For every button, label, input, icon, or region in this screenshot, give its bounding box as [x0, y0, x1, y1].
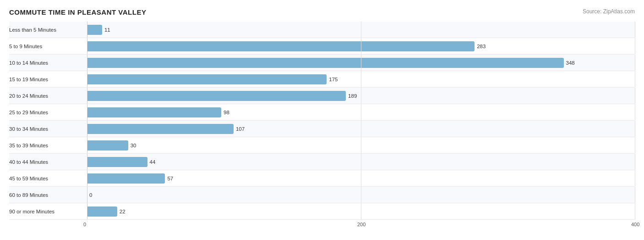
bar-value: 107	[236, 126, 245, 132]
bar-area: 175	[87, 71, 635, 87]
bar-area: 283	[87, 38, 635, 54]
chart-title: COMMUTE TIME IN PLEASANT VALLEY	[9, 8, 146, 16]
bar-label: 10 to 14 Minutes	[9, 60, 87, 66]
chart-header: COMMUTE TIME IN PLEASANT VALLEY Source: …	[9, 8, 635, 16]
bar-label: 60 to 89 Minutes	[9, 192, 87, 198]
bar	[87, 91, 346, 101]
bar	[87, 74, 327, 84]
bar	[87, 173, 165, 184]
bar	[87, 207, 117, 217]
x-axis-container: 0200400	[9, 221, 635, 230]
bar-row: 35 to 39 Minutes30	[9, 137, 635, 154]
bar-row: 25 to 29 Minutes98	[9, 104, 635, 121]
bar-row: 20 to 24 Minutes189	[9, 88, 635, 104]
bar-area: 107	[87, 121, 635, 137]
bar-label: Less than 5 Minutes	[9, 27, 87, 33]
bar-area: 22	[87, 203, 635, 219]
bar	[87, 58, 564, 68]
bar-row: Less than 5 Minutes11	[9, 22, 635, 38]
bar-label: 20 to 24 Minutes	[9, 93, 87, 99]
bar-area: 189	[87, 88, 635, 104]
bar-label: 5 to 9 Minutes	[9, 44, 87, 49]
bar-row: 60 to 89 Minutes0	[9, 187, 635, 203]
bar-label: 15 to 19 Minutes	[9, 77, 87, 82]
bar-value: 11	[104, 27, 110, 33]
bar-area: 98	[87, 104, 635, 120]
x-axis-label: 0	[83, 222, 86, 227]
bar-value: 283	[477, 44, 486, 49]
bar	[87, 107, 221, 117]
bar-area: 0	[87, 187, 635, 203]
bar-area: 44	[87, 154, 635, 170]
chart-container: COMMUTE TIME IN PLEASANT VALLEY Source: …	[0, 0, 644, 240]
bar-value: 98	[224, 110, 229, 115]
bar	[87, 140, 128, 151]
bar-label: 30 to 34 Minutes	[9, 126, 87, 132]
bar-area: 11	[87, 22, 635, 38]
chart-body: Less than 5 Minutes115 to 9 Minutes28310…	[9, 22, 635, 220]
bar-area: 348	[87, 55, 635, 71]
bar	[87, 157, 147, 167]
bar-area: 57	[87, 170, 635, 186]
bar-row: 10 to 14 Minutes348	[9, 55, 635, 71]
chart-source: Source: ZipAtlas.com	[583, 8, 635, 15]
bar-row: 45 to 59 Minutes57	[9, 170, 635, 187]
bar-value: 175	[329, 77, 338, 82]
bar-value: 189	[348, 93, 357, 99]
bar-row: 90 or more Minutes22	[9, 203, 635, 220]
bar-value: 30	[131, 143, 136, 148]
x-axis-label: 400	[631, 222, 639, 227]
bar-value: 0	[89, 192, 92, 198]
bar-value: 22	[120, 209, 126, 214]
bar-label: 25 to 29 Minutes	[9, 110, 87, 115]
bar-label: 45 to 59 Minutes	[9, 176, 87, 181]
bar	[87, 25, 102, 35]
bar-value: 348	[566, 60, 575, 66]
bar-row: 5 to 9 Minutes283	[9, 38, 635, 55]
bar	[87, 41, 475, 51]
bar-row: 40 to 44 Minutes44	[9, 154, 635, 170]
bar	[87, 124, 234, 134]
bar-area: 30	[87, 137, 635, 153]
bar-label: 90 or more Minutes	[9, 209, 87, 214]
bar-value: 57	[167, 176, 173, 181]
bar-value: 44	[150, 159, 156, 165]
bar-row: 15 to 19 Minutes175	[9, 71, 635, 88]
x-axis-label: 200	[357, 222, 366, 227]
bar-label: 35 to 39 Minutes	[9, 143, 87, 148]
bar-label: 40 to 44 Minutes	[9, 159, 87, 165]
bar-row: 30 to 34 Minutes107	[9, 121, 635, 137]
